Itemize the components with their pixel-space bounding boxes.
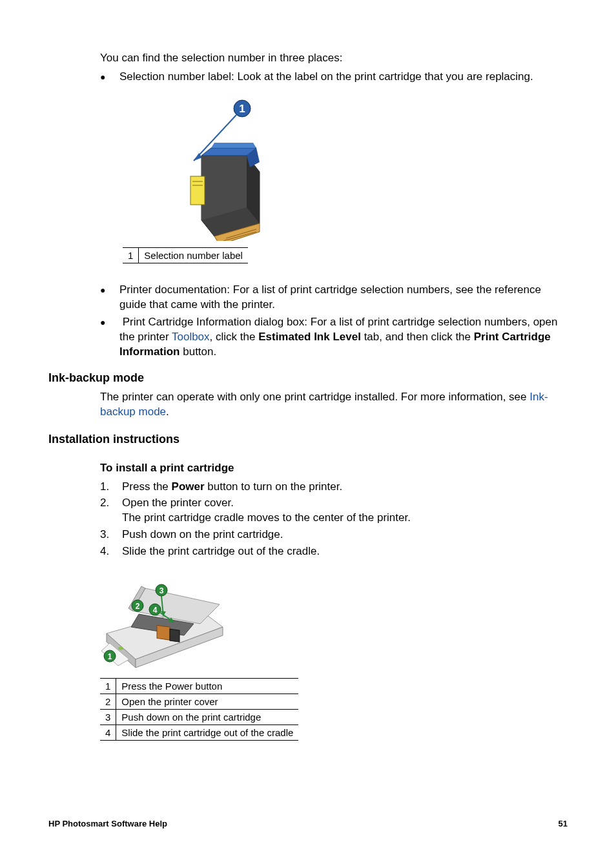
- installation-heading: Installation instructions: [48, 433, 568, 446]
- svg-marker-9: [211, 143, 256, 148]
- step-1: 1.Press the Power button to turn on the …: [100, 480, 568, 495]
- t2-t4: Slide the print cartridge out of the cra…: [116, 725, 299, 741]
- svg-text:3: 3: [159, 586, 164, 595]
- label-num: 1: [123, 247, 139, 263]
- cartridge-illustration: 1: [174, 99, 568, 243]
- intro-text: You can find the selection number in thr…: [100, 52, 568, 65]
- bullet-item-1: Selection number label: Look at the labe…: [100, 70, 568, 85]
- label-text: Selection number label: [139, 247, 248, 263]
- svg-text:2: 2: [136, 602, 140, 611]
- t2-t1: Press the Power button: [116, 679, 299, 694]
- footer-left: HP Photosmart Software Help: [48, 819, 167, 828]
- label-table-2: 1 Press the Power button 2 Open the prin…: [100, 678, 298, 741]
- svg-text:4: 4: [153, 606, 158, 615]
- install-steps: 1.Press the Power button to turn on the …: [100, 480, 568, 560]
- bullet-list-2: Printer documentation: For a list of pri…: [100, 283, 568, 360]
- toolbox-link[interactable]: Toolbox: [172, 331, 210, 343]
- svg-point-37: [118, 647, 123, 650]
- printer-illustration: 1 2 3 4: [100, 572, 568, 672]
- bullet-list-1: Selection number label: Look at the labe…: [100, 70, 568, 85]
- t2-t3: Push down on the print cartridge: [116, 710, 299, 725]
- step-4: 4.Slide the print cartridge out of the c…: [100, 544, 568, 559]
- t2-n3: 3: [100, 710, 116, 725]
- footer-page-number: 51: [559, 819, 568, 828]
- label-table-1: 1 Selection number label: [123, 247, 248, 263]
- svg-text:1: 1: [108, 652, 112, 661]
- svg-rect-10: [190, 176, 205, 205]
- svg-marker-3: [194, 153, 202, 161]
- t2-n1: 1: [100, 679, 116, 694]
- page-footer: HP Photosmart Software Help 51: [48, 819, 568, 828]
- svg-text:1: 1: [239, 103, 245, 115]
- svg-marker-7: [201, 148, 256, 156]
- svg-rect-24: [170, 629, 180, 642]
- t2-t2: Open the printer cover: [116, 694, 299, 710]
- step-3: 3.Push down on the print cartridge.: [100, 528, 568, 542]
- t2-n4: 4: [100, 725, 116, 741]
- ink-backup-body: The printer can operate with only one pr…: [100, 390, 568, 420]
- ink-backup-heading: Ink-backup mode: [48, 371, 568, 385]
- svg-rect-23: [157, 626, 170, 641]
- install-subheading: To install a print cartridge: [100, 462, 568, 475]
- step-2: 2.Open the printer cover. The print cart…: [100, 496, 568, 526]
- t2-n2: 2: [100, 694, 116, 710]
- bullet-item-3: Print Cartridge Information dialog box: …: [100, 315, 568, 360]
- bullet-item-2: Printer documentation: For a list of pri…: [100, 283, 568, 313]
